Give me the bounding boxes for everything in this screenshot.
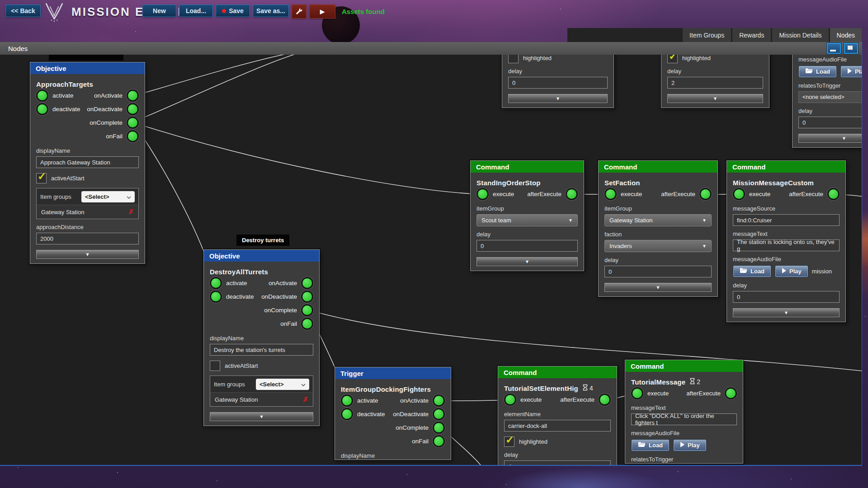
- port-label-activate: activate: [52, 92, 74, 99]
- port-afterexecute[interactable]: [725, 387, 737, 399]
- port-ondeactivate[interactable]: [127, 103, 139, 115]
- maximize-button[interactable]: [844, 43, 858, 54]
- port-onactivate[interactable]: [301, 277, 313, 289]
- port-ondeactivate[interactable]: [301, 291, 313, 303]
- port-execute[interactable]: [476, 188, 489, 200]
- messagetext-input[interactable]: Click "DOCK ALL" to order the fighters t: [631, 413, 737, 425]
- delay-input[interactable]: 0: [733, 291, 840, 303]
- collapse-bar[interactable]: ▼: [798, 134, 862, 143]
- port-label-onactivate: onActivate: [94, 92, 123, 99]
- collapse-bar[interactable]: ▼: [667, 94, 763, 103]
- port-oncomplete[interactable]: [433, 422, 445, 434]
- tab-nodes[interactable]: Nodes: [830, 28, 862, 42]
- displayname-input[interactable]: Approach Gateway Station: [36, 156, 139, 168]
- collapse-bar[interactable]: ▼: [210, 412, 313, 421]
- port-afterexecute[interactable]: [566, 188, 578, 200]
- tools-button[interactable]: [292, 5, 307, 19]
- node-header[interactable]: Command: [625, 360, 743, 372]
- port-label-activate: activate: [226, 280, 247, 286]
- port-afterexecute[interactable]: [827, 188, 840, 200]
- dropdown-arrow-icon: ▼: [702, 218, 707, 223]
- save-button[interactable]: Save: [216, 5, 250, 17]
- item-groups-select[interactable]: <Select>: [81, 191, 135, 202]
- play-button[interactable]: Play: [840, 66, 862, 78]
- delay-input[interactable]: 0: [476, 240, 578, 252]
- port-execute[interactable]: [504, 394, 516, 406]
- load-button[interactable]: Load...: [179, 5, 213, 17]
- port-onfail[interactable]: [301, 318, 313, 330]
- port-onfail[interactable]: [433, 435, 445, 447]
- delay-input[interactable]: 0: [798, 117, 862, 128]
- out-port-group: onDeactivate: [393, 408, 445, 420]
- node-graph-canvas[interactable]: ObjectiveApproachTargetsactivateonActiva…: [0, 55, 862, 465]
- messagesource-input[interactable]: find:0:Cruiser: [733, 214, 840, 226]
- new-button[interactable]: New: [142, 5, 176, 17]
- collapse-bar[interactable]: ▼: [733, 308, 840, 317]
- node-header[interactable]: Command: [471, 161, 584, 173]
- chevron-down-icon: [127, 193, 131, 200]
- port-execute[interactable]: [631, 387, 643, 399]
- approachdistance-input[interactable]: 2000: [36, 233, 139, 244]
- node-header[interactable]: Command: [498, 366, 617, 378]
- delay-input[interactable]: 0: [604, 266, 712, 277]
- port-onactivate[interactable]: [433, 394, 445, 407]
- load-button[interactable]: Load: [631, 439, 670, 451]
- item-groups-select[interactable]: <Select>: [256, 379, 309, 390]
- node-header[interactable]: Command: [727, 161, 845, 173]
- delay-input[interactable]: 0: [508, 77, 608, 89]
- port-onfail[interactable]: [127, 130, 139, 142]
- node-header[interactable]: Command: [599, 161, 717, 173]
- messagetext-input[interactable]: The station is locking onto us, they've …: [733, 239, 840, 251]
- delay-input[interactable]: 2: [667, 77, 763, 89]
- node-header[interactable]: Objective: [204, 250, 319, 262]
- port-deactivate[interactable]: [341, 408, 353, 420]
- port-onactivate[interactable]: [127, 89, 139, 102]
- collapse-bar[interactable]: ▼: [36, 250, 139, 259]
- load-button[interactable]: Load: [733, 265, 771, 277]
- play-button[interactable]: Play: [775, 265, 808, 277]
- delay-input[interactable]: 4: [504, 460, 611, 465]
- back-button[interactable]: << Back: [5, 5, 41, 17]
- elementname-input[interactable]: carrier-dock-all: [504, 420, 611, 432]
- tab-mission-details[interactable]: Mission Details: [772, 28, 828, 42]
- load-button[interactable]: Load: [798, 66, 837, 78]
- tab-rewards[interactable]: Rewards: [732, 28, 771, 42]
- port-activate[interactable]: [341, 394, 353, 407]
- activeatstart-checkbox[interactable]: ✓: [36, 173, 47, 183]
- port-ondeactivate[interactable]: [433, 408, 445, 420]
- activeatstart-checkbox[interactable]: [210, 361, 220, 371]
- node-title-row: TutorialSetElementHig4: [504, 384, 611, 393]
- run-mission-button[interactable]: ▶: [309, 5, 335, 19]
- save-as-button[interactable]: Save as...: [253, 5, 289, 17]
- remove-item-icon[interactable]: ✗: [128, 208, 134, 216]
- port-activate[interactable]: [36, 89, 48, 102]
- itemgroup-dropdown[interactable]: Gateway Station▼: [604, 214, 712, 226]
- displayname-input[interactable]: Destroy the station's turrets: [210, 344, 313, 356]
- faction-dropdown[interactable]: Invaders▼: [604, 240, 712, 252]
- highlighted-checkbox[interactable]: [508, 55, 519, 63]
- highlighted-checkbox[interactable]: ✓: [667, 55, 678, 63]
- node-header[interactable]: Trigger: [335, 367, 451, 379]
- collapse-bar[interactable]: ▼: [508, 94, 608, 103]
- port-execute[interactable]: [733, 188, 745, 200]
- activeatstart-checkbox-label: activeAtStart: [225, 362, 258, 369]
- checkmark-icon: ✓: [669, 55, 677, 62]
- port-deactivate[interactable]: [210, 291, 222, 303]
- port-afterexecute[interactable]: [599, 394, 611, 406]
- port-oncomplete[interactable]: [127, 117, 139, 129]
- port-oncomplete[interactable]: [301, 304, 313, 316]
- collapse-bar[interactable]: ▼: [476, 257, 578, 266]
- minimize-button[interactable]: [827, 43, 841, 54]
- highlighted-checkbox[interactable]: ✓: [504, 436, 514, 447]
- itemgroup-dropdown[interactable]: Scout team▼: [476, 214, 578, 226]
- port-deactivate[interactable]: [36, 103, 48, 115]
- port-activate[interactable]: [210, 277, 222, 289]
- collapse-bar[interactable]: ▼: [604, 283, 712, 292]
- relatestotrigger-dropdown[interactable]: <none selected>: [798, 91, 862, 103]
- tab-item-groups[interactable]: Item Groups: [683, 28, 731, 42]
- remove-item-icon[interactable]: ✗: [302, 395, 308, 404]
- node-header[interactable]: Objective: [30, 62, 145, 74]
- play-button[interactable]: Play: [673, 439, 707, 451]
- port-afterexecute[interactable]: [699, 188, 712, 200]
- port-execute[interactable]: [604, 188, 617, 200]
